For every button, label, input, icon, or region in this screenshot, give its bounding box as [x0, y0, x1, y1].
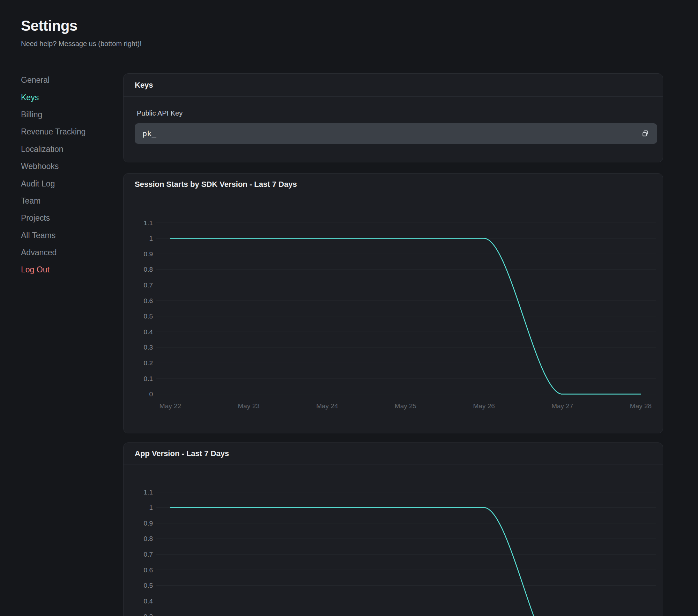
y-tick-label: 0.4: [144, 597, 153, 605]
x-tick-label: May 27: [551, 402, 573, 410]
y-tick-label: 0.4: [144, 328, 153, 336]
keys-card: Keys Public API Key: [123, 73, 663, 162]
copy-icon: [641, 130, 649, 138]
series-line-app-version: [170, 508, 641, 616]
keys-card-title: Keys: [135, 81, 153, 90]
keys-card-body: Public API Key: [124, 97, 663, 162]
y-tick-label: 0.8: [144, 266, 153, 273]
app-version-chart-title: App Version - Last 7 Days: [124, 443, 663, 464]
y-tick-label: 0.3: [144, 344, 153, 351]
sidebar-item-audit-log[interactable]: Audit Log: [21, 175, 112, 192]
x-tick-label: May 26: [473, 402, 495, 410]
sidebar-item-billing[interactable]: Billing: [21, 106, 112, 123]
sdk-version-chart-title: Session Starts by SDK Version - Last 7 D…: [124, 174, 663, 195]
public-api-key-input[interactable]: [142, 129, 638, 138]
sidebar-list: GeneralKeysBillingRevenue TrackingLocali…: [21, 72, 112, 279]
y-tick-label: 0.7: [144, 281, 153, 289]
sdk-version-line-chart: 1.110.90.80.70.60.50.40.30.20.10May 22Ma…: [124, 195, 663, 433]
y-tick-label: 0.5: [144, 582, 153, 589]
y-tick-label: 1: [149, 504, 153, 511]
sdk-version-chart-card: Session Starts by SDK Version - Last 7 D…: [123, 173, 663, 433]
sidebar-item-advanced[interactable]: Advanced: [21, 244, 112, 261]
sdk-version-chart-body: 1.110.90.80.70.60.50.40.30.20.10May 22Ma…: [124, 195, 663, 433]
x-tick-label: May 22: [159, 402, 181, 410]
sidebar-item-localization[interactable]: Localization: [21, 141, 112, 158]
sidebar-item-keys[interactable]: Keys: [21, 89, 112, 106]
copy-api-key-button[interactable]: [638, 127, 652, 141]
y-tick-label: 0.2: [144, 359, 153, 367]
sidebar-item-projects[interactable]: Projects: [21, 210, 112, 227]
y-tick-label: 0.3: [144, 613, 153, 616]
y-tick-label: 1.1: [144, 489, 153, 496]
y-tick-label: 0.1: [144, 375, 153, 382]
sidebar-item-team[interactable]: Team: [21, 192, 112, 210]
app-version-chart-body: 1.110.90.80.70.60.50.40.30.20.10May 22Ma…: [124, 464, 663, 616]
x-tick-label: May 23: [238, 402, 260, 410]
page-header: Settings Need help? Message us (bottom r…: [21, 17, 142, 48]
x-tick-label: May 25: [395, 402, 416, 410]
public-api-key-field: [135, 123, 657, 144]
x-tick-label: May 28: [630, 402, 652, 410]
y-tick-label: 0.5: [144, 313, 153, 320]
sidebar-item-webhooks[interactable]: Webhooks: [21, 158, 112, 175]
y-tick-label: 0.9: [144, 250, 153, 258]
sidebar-item-all-teams[interactable]: All Teams: [21, 227, 112, 244]
y-tick-label: 0.6: [144, 297, 153, 305]
y-tick-label: 0.8: [144, 535, 153, 542]
sidebar-item-log-out[interactable]: Log Out: [21, 261, 112, 278]
sidebar-item-general[interactable]: General: [21, 72, 112, 89]
y-tick-label: 0: [149, 390, 153, 398]
public-api-key-label: Public API Key: [137, 109, 657, 117]
y-tick-label: 1: [149, 235, 153, 242]
settings-sidebar: GeneralKeysBillingRevenue TrackingLocali…: [21, 72, 112, 279]
page-title: Settings: [21, 17, 142, 34]
y-tick-label: 1.1: [144, 219, 153, 227]
page-subtitle: Need help? Message us (bottom right)!: [21, 40, 142, 48]
y-tick-label: 0.9: [144, 520, 153, 527]
y-tick-label: 0.7: [144, 551, 153, 558]
app-version-chart-card: App Version - Last 7 Days 1.110.90.80.70…: [123, 442, 663, 616]
keys-card-header: Keys: [124, 74, 663, 97]
app-version-line-chart: 1.110.90.80.70.60.50.40.30.20.10May 22Ma…: [124, 464, 663, 616]
y-tick-label: 0.6: [144, 566, 153, 574]
x-tick-label: May 24: [316, 402, 338, 410]
settings-content: Keys Public API Key Session Starts by SD…: [123, 73, 663, 616]
sidebar-item-revenue-tracking[interactable]: Revenue Tracking: [21, 123, 112, 140]
